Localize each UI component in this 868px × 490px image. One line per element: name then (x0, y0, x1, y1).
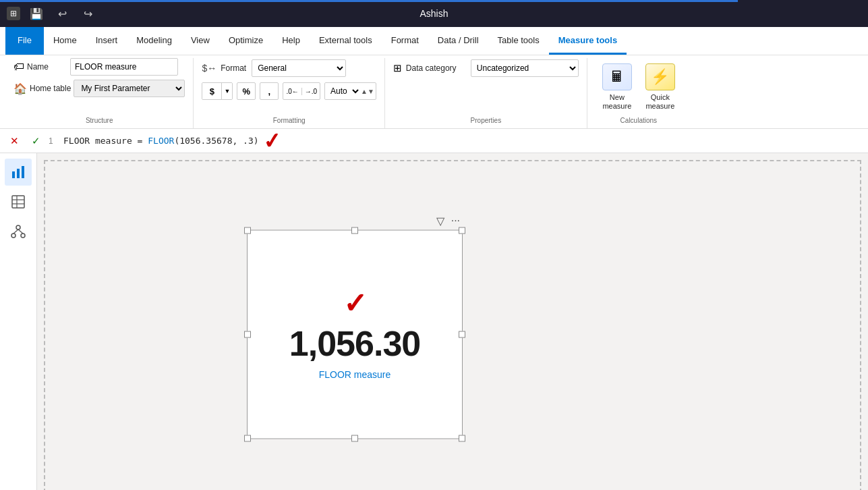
quick-measure-icon: ⚡ (645, 63, 675, 90)
svg-point-7 (16, 225, 20, 229)
auto-select-group: Auto 0 1 2 3 ▲▼ (324, 82, 376, 100)
formula-text: FLOOR measure = FLOOR(1056.35678, .3) (63, 136, 259, 146)
menu-item-file[interactable]: File (5, 27, 44, 55)
redo-button[interactable]: ↪ (78, 4, 97, 23)
decimal-decrease-button[interactable]: .0← (283, 88, 301, 95)
currency-btn-group: $ ▼ (202, 82, 233, 100)
menu-item-format[interactable]: Format (382, 27, 428, 55)
sidebar (0, 153, 37, 490)
formula-checkmark-drawn: ✓ (262, 130, 282, 153)
name-label: Name (27, 62, 67, 72)
main-content: ▽ ··· ✓ 1,056.30 FLOOR meas (0, 153, 868, 490)
menu-item-measure-tools[interactable]: Measure tools (549, 27, 627, 55)
card-toolbar: ▽ ··· (247, 214, 463, 227)
title-bar-controls: ⊞ 💾 ↩ ↪ (7, 4, 97, 23)
handle-bottom-left[interactable] (244, 435, 251, 441)
undo-button[interactable]: ↩ (53, 4, 71, 23)
svg-point-9 (21, 234, 25, 238)
handle-middle-right[interactable] (459, 331, 465, 337)
filter-icon[interactable]: ▽ (436, 214, 444, 227)
handle-top-left[interactable] (244, 227, 251, 234)
auto-select[interactable]: Auto 0 1 2 3 (325, 83, 361, 99)
format-label: Format (221, 63, 248, 73)
formula-func-name: FLOOR (148, 136, 174, 146)
menu-item-external-tools[interactable]: External tools (310, 27, 382, 55)
format-select[interactable]: General Currency Percentage Date Text (252, 59, 346, 77)
card-area: ▽ ··· ✓ 1,056.30 FLOOR meas (247, 214, 463, 439)
handle-middle-left[interactable] (244, 331, 251, 337)
title-bar: ⊞ 💾 ↩ ↪ Ashish (0, 0, 868, 27)
quick-measure-button[interactable]: ⚡ Quickmeasure (639, 61, 682, 113)
app-icon: ⊞ (7, 7, 20, 20)
handle-bottom-right[interactable] (459, 435, 465, 441)
menu-item-help[interactable]: Help (272, 27, 310, 55)
menu-item-optimize[interactable]: Optimize (219, 27, 272, 55)
data-category-select[interactable]: Uncategorized Address City Country Posta… (471, 59, 579, 77)
home-table-label: Home table (30, 84, 71, 93)
formula-confirm-button[interactable]: ✓ (27, 132, 45, 150)
svg-rect-0 (12, 171, 15, 178)
formula-line-number: 1 (49, 136, 59, 146)
ribbon-name-row: 🏷 Name (13, 58, 178, 77)
handle-top-center[interactable] (351, 227, 358, 234)
ribbon-group-structure: 🏷 Name 🏠 Home table My First Parameter S… (5, 58, 194, 128)
card-value: 1,056.30 (289, 323, 420, 363)
sidebar-icon-bar-chart[interactable] (5, 159, 32, 186)
lightning-icon: ⚡ (651, 68, 669, 86)
sidebar-icon-model[interactable] (5, 218, 32, 245)
formula-args: (1056.35678, .3) (174, 136, 258, 146)
name-input[interactable] (70, 58, 178, 76)
menu-item-table-tools[interactable]: Table tools (488, 27, 549, 55)
save-button[interactable]: 💾 (27, 4, 46, 23)
ribbon-symbols-row: $ ▼ % , .0← →.0 Auto 0 1 2 3 ▲▼ (202, 82, 376, 100)
ribbon-format-row: $↔ Format General Currency Percentage Da… (202, 59, 346, 77)
comma-button[interactable]: , (260, 82, 279, 100)
auto-spinner-icon: ▲▼ (361, 88, 376, 95)
menu-item-insert[interactable]: Insert (86, 27, 127, 55)
data-category-label: Data category (406, 63, 467, 73)
page-border: ▽ ··· ✓ 1,056.30 FLOOR meas (44, 160, 861, 490)
app-title: Ashish (419, 8, 448, 19)
menu-item-data-drill[interactable]: Data / Drill (428, 27, 488, 55)
decimal-increase-button[interactable]: →.0 (301, 88, 320, 95)
menu-item-modeling[interactable]: Modeling (127, 27, 181, 55)
formula-cancel-button[interactable]: ✕ (5, 132, 23, 150)
svg-rect-2 (22, 166, 24, 178)
ribbon: 🏷 Name 🏠 Home table My First Parameter S… (0, 55, 868, 129)
home-table-select[interactable]: My First Parameter (74, 80, 185, 97)
ribbon-group-calculations: 🖩 Newmeasure ⚡ Quickmeasure Calculations (587, 58, 690, 128)
decimal-btn-group: .0← →.0 (283, 82, 320, 100)
sidebar-icon-table[interactable] (5, 188, 32, 215)
format-icon: $↔ (202, 63, 216, 74)
calculations-group-label: Calculations (620, 117, 657, 124)
new-measure-button[interactable]: 🖩 Newmeasure (596, 61, 639, 113)
card-checkmark: ✓ (343, 289, 367, 317)
currency-symbol-button[interactable]: $ (202, 82, 221, 100)
formatting-group-label: Formatting (273, 117, 306, 124)
ribbon-data-category-row: ⊞ Data category Uncategorized Address Ci… (393, 59, 579, 77)
menu-item-home[interactable]: Home (44, 27, 86, 55)
new-measure-icon: 🖩 (602, 63, 632, 90)
handle-bottom-center[interactable] (351, 435, 358, 441)
ribbon-group-formatting: $↔ Format General Currency Percentage Da… (194, 58, 384, 128)
data-category-icon: ⊞ (393, 62, 402, 74)
svg-line-10 (13, 229, 18, 234)
svg-rect-1 (17, 169, 20, 178)
canvas-area: ▽ ··· ✓ 1,056.30 FLOOR meas (37, 153, 868, 490)
ribbon-group-properties: ⊞ Data category Uncategorized Address Ci… (385, 58, 587, 128)
card-label: FLOOR measure (319, 369, 391, 379)
svg-rect-3 (12, 196, 24, 208)
home-table-icon: 🏠 (13, 82, 27, 95)
quick-measure-label: Quickmeasure (645, 93, 674, 111)
card-content: ✓ 1,056.30 FLOOR measure (248, 230, 462, 438)
formula-bar: ✕ ✓ 1 FLOOR measure = FLOOR(1056.35678, … (0, 129, 868, 153)
calculator-icon: 🖩 (610, 68, 625, 86)
more-options-icon[interactable]: ··· (451, 214, 460, 227)
percent-button[interactable]: % (237, 82, 256, 100)
menu-item-view[interactable]: View (181, 27, 219, 55)
currency-dropdown-button[interactable]: ▼ (221, 82, 232, 100)
handle-top-right[interactable] (459, 227, 465, 234)
progress-bar (0, 0, 738, 2)
ribbon-hometable-row: 🏠 Home table My First Parameter (13, 80, 185, 97)
new-measure-label: Newmeasure (602, 93, 631, 111)
